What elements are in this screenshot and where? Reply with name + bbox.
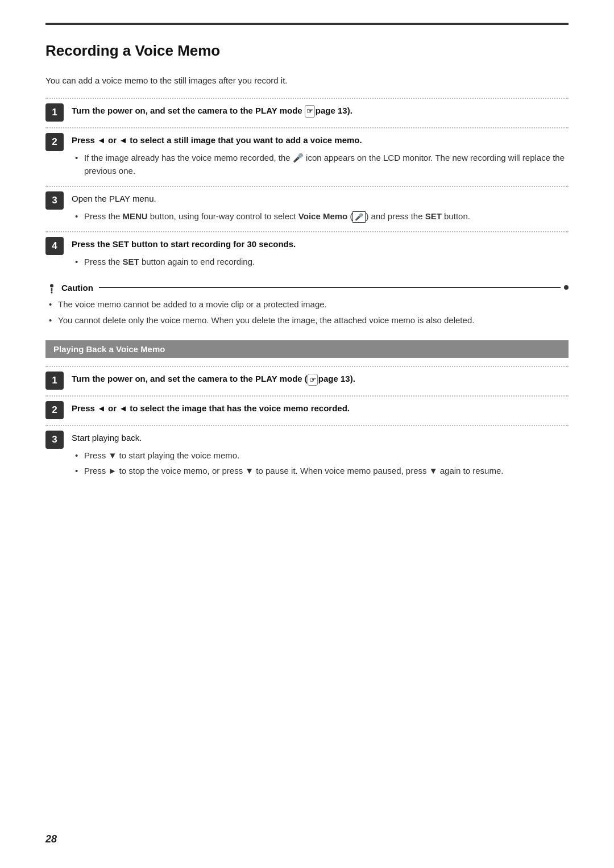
step-number-3: 3 [45,191,64,210]
step-4-content: Press the SET button to start recording … [72,237,569,271]
step-1-content: Turn the power on, and set the camera to… [72,103,569,118]
step-num-pb-3: 3 [45,431,64,449]
caution-icon [45,281,58,294]
playback-section-header: Playing Back a Voice Memo [45,340,569,358]
step-pb-1-content: Turn the power on, and set the camera to… [72,372,569,386]
bullet-item: If the image already has the voice memo … [72,152,569,178]
step-2-bullets: If the image already has the voice memo … [72,152,569,178]
step-1-recording: 1 Turn the power on, and set the camera … [45,98,569,122]
step-2-text: Press ◄ or ◄ to select a still image tha… [72,135,362,145]
step-3-bullets: Press the MENU button, using four-way co… [72,210,569,223]
dotted-divider [45,425,569,426]
svg-point-2 [51,292,53,294]
step-pb-3-bullets: Press ▼ to start playing the voice memo.… [72,449,569,478]
caution-header: Caution [45,281,569,294]
dotted-divider [45,231,569,232]
top-border [45,23,569,25]
step-2-recording: 2 Press ◄ or ◄ to select a still image t… [45,127,569,180]
step-number-2: 2 [45,133,64,151]
caution-dot [564,285,569,290]
step-pb-1-text: Turn the power on, and set the camera to… [72,374,355,383]
caution-bullets: The voice memo cannot be added to a movi… [45,298,569,327]
step-pb-2-content: Press ◄ or ◄ to select the image that ha… [72,401,569,415]
bullet-item: Press the SET button again to end record… [72,256,569,269]
caution-line [99,287,561,288]
dotted-divider [45,127,569,128]
step-3-content: Open the PLAY menu. Press the MENU butto… [72,191,569,226]
step-2-content: Press ◄ or ◄ to select a still image tha… [72,133,569,180]
step-number-1: 1 [45,103,64,122]
page-title: Recording a Voice Memo [45,42,569,60]
step-4-text: Press the SET button to start recording … [72,239,296,249]
step-number-4: 4 [45,237,64,255]
pb-bullet-2: Press ► to stop the voice memo, or press… [72,465,569,478]
step-num-pb-1: 1 [45,372,64,390]
step-1-playback: 1 Turn the power on, and set the camera … [45,366,569,390]
voice-memo-icon: 🎤 [352,211,366,223]
caution-bullet-1: The voice memo cannot be added to a movi… [45,298,569,311]
ref-icon-pb1: ☞ [308,374,318,386]
pb-bullet-1: Press ▼ to start playing the voice memo. [72,449,569,462]
svg-point-0 [50,284,53,287]
step-pb-3-content: Start playing back. Press ▼ to start pla… [72,431,569,481]
dotted-divider [45,186,569,187]
intro-text: You can add a voice memo to the still im… [45,76,569,85]
step-pb-3-text: Start playing back. [72,433,142,443]
bullet-item: Press the MENU button, using four-way co… [72,210,569,223]
step-2-playback: 2 Press ◄ or ◄ to select the image that … [45,395,569,419]
caution-label: Caution [61,283,93,293]
ref-icon: ☞ [305,105,315,118]
step-1-text: Turn the power on, and set the camera to… [72,106,352,115]
step-num-pb-2: 2 [45,401,64,419]
caution-bullet-2: You cannot delete only the voice memo. W… [45,314,569,327]
step-3-recording: 3 Open the PLAY menu. Press the MENU but… [45,186,569,226]
mic-icon: 🎤 [293,152,304,165]
dotted-divider [45,98,569,99]
dotted-divider [45,395,569,397]
step-3-text: Open the PLAY menu. [72,194,156,203]
step-3-playback: 3 Start playing back. Press ▼ to start p… [45,425,569,481]
dotted-divider [45,366,569,367]
step-4-bullets: Press the SET button again to end record… [72,256,569,269]
page-number: 28 [45,833,57,845]
step-4-recording: 4 Press the SET button to start recordin… [45,231,569,271]
page: Recording a Voice Memo You can add a voi… [0,0,614,868]
step-pb-2-text: Press ◄ or ◄ to select the image that ha… [72,403,350,413]
caution-block: Caution The voice memo cannot be added t… [45,281,569,327]
